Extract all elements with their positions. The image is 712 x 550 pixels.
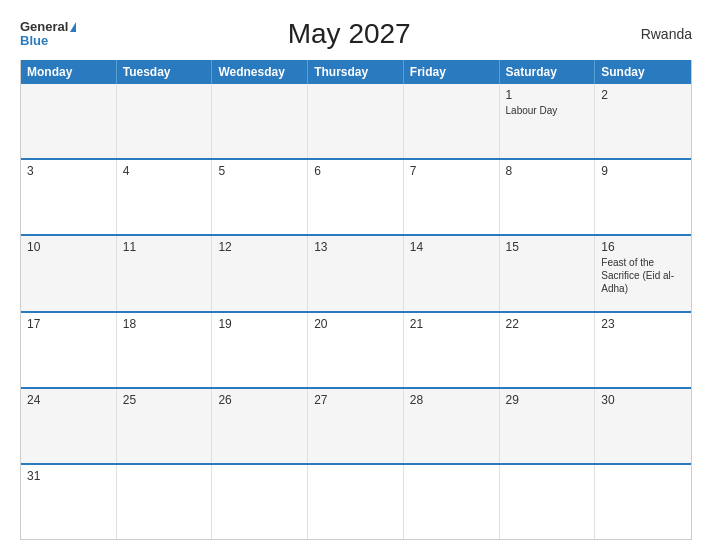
day-number: 20 bbox=[314, 317, 397, 331]
header-tuesday: Tuesday bbox=[117, 60, 213, 84]
day-number: 30 bbox=[601, 393, 685, 407]
day-number: 15 bbox=[506, 240, 589, 254]
week-row-1: 3456789 bbox=[21, 158, 691, 234]
cal-cell-1-1: 4 bbox=[117, 160, 213, 234]
cal-cell-1-6: 9 bbox=[595, 160, 691, 234]
calendar-title: May 2027 bbox=[76, 18, 622, 50]
day-number: 8 bbox=[506, 164, 589, 178]
cal-cell-2-6: 16Feast of the Sacrifice (Eid al-Adha) bbox=[595, 236, 691, 310]
cal-cell-0-6: 2 bbox=[595, 84, 691, 158]
day-number: 21 bbox=[410, 317, 493, 331]
calendar-page: General Blue May 2027 Rwanda Monday Tues… bbox=[0, 0, 712, 550]
logo-general-text: General bbox=[20, 20, 76, 34]
day-number: 14 bbox=[410, 240, 493, 254]
cal-cell-4-4: 28 bbox=[404, 389, 500, 463]
cal-cell-5-2 bbox=[212, 465, 308, 539]
day-number: 2 bbox=[601, 88, 685, 102]
cal-cell-3-5: 22 bbox=[500, 313, 596, 387]
header-wednesday: Wednesday bbox=[212, 60, 308, 84]
cal-cell-5-1 bbox=[117, 465, 213, 539]
week-row-2: 10111213141516Feast of the Sacrifice (Ei… bbox=[21, 234, 691, 310]
cal-cell-3-6: 23 bbox=[595, 313, 691, 387]
cal-cell-2-5: 15 bbox=[500, 236, 596, 310]
cal-cell-5-3 bbox=[308, 465, 404, 539]
day-number: 5 bbox=[218, 164, 301, 178]
header-friday: Friday bbox=[404, 60, 500, 84]
cal-cell-4-6: 30 bbox=[595, 389, 691, 463]
day-number: 4 bbox=[123, 164, 206, 178]
day-number: 6 bbox=[314, 164, 397, 178]
day-number: 7 bbox=[410, 164, 493, 178]
cal-cell-2-0: 10 bbox=[21, 236, 117, 310]
header-saturday: Saturday bbox=[500, 60, 596, 84]
cal-cell-3-2: 19 bbox=[212, 313, 308, 387]
header-sunday: Sunday bbox=[595, 60, 691, 84]
cal-cell-3-1: 18 bbox=[117, 313, 213, 387]
cal-cell-4-3: 27 bbox=[308, 389, 404, 463]
day-event: Feast of the Sacrifice (Eid al-Adha) bbox=[601, 256, 685, 295]
cal-cell-2-4: 14 bbox=[404, 236, 500, 310]
day-number: 9 bbox=[601, 164, 685, 178]
day-number: 22 bbox=[506, 317, 589, 331]
cal-cell-2-3: 13 bbox=[308, 236, 404, 310]
week-row-0: 1Labour Day2 bbox=[21, 84, 691, 158]
day-number: 28 bbox=[410, 393, 493, 407]
cal-cell-5-4 bbox=[404, 465, 500, 539]
day-number: 25 bbox=[123, 393, 206, 407]
day-number: 31 bbox=[27, 469, 110, 483]
cal-cell-0-3 bbox=[308, 84, 404, 158]
cal-cell-5-0: 31 bbox=[21, 465, 117, 539]
cal-cell-4-2: 26 bbox=[212, 389, 308, 463]
calendar-grid: Monday Tuesday Wednesday Thursday Friday… bbox=[20, 60, 692, 540]
day-number: 17 bbox=[27, 317, 110, 331]
day-number: 13 bbox=[314, 240, 397, 254]
cal-cell-1-0: 3 bbox=[21, 160, 117, 234]
cal-cell-0-5: 1Labour Day bbox=[500, 84, 596, 158]
day-number: 12 bbox=[218, 240, 301, 254]
day-number: 3 bbox=[27, 164, 110, 178]
cal-cell-2-2: 12 bbox=[212, 236, 308, 310]
cal-cell-1-4: 7 bbox=[404, 160, 500, 234]
day-number: 24 bbox=[27, 393, 110, 407]
country-label: Rwanda bbox=[622, 26, 692, 42]
cal-cell-3-3: 20 bbox=[308, 313, 404, 387]
cal-cell-1-2: 5 bbox=[212, 160, 308, 234]
header: General Blue May 2027 Rwanda bbox=[20, 18, 692, 50]
header-monday: Monday bbox=[21, 60, 117, 84]
week-row-3: 17181920212223 bbox=[21, 311, 691, 387]
cal-cell-0-2 bbox=[212, 84, 308, 158]
cal-cell-3-0: 17 bbox=[21, 313, 117, 387]
cal-cell-3-4: 21 bbox=[404, 313, 500, 387]
cal-cell-4-5: 29 bbox=[500, 389, 596, 463]
cal-cell-4-1: 25 bbox=[117, 389, 213, 463]
day-number: 10 bbox=[27, 240, 110, 254]
cal-cell-0-1 bbox=[117, 84, 213, 158]
header-thursday: Thursday bbox=[308, 60, 404, 84]
cal-cell-0-4 bbox=[404, 84, 500, 158]
day-number: 27 bbox=[314, 393, 397, 407]
day-event: Labour Day bbox=[506, 104, 589, 117]
cal-cell-5-5 bbox=[500, 465, 596, 539]
day-number: 23 bbox=[601, 317, 685, 331]
cal-cell-0-0 bbox=[21, 84, 117, 158]
cal-cell-2-1: 11 bbox=[117, 236, 213, 310]
day-number: 18 bbox=[123, 317, 206, 331]
day-number: 16 bbox=[601, 240, 685, 254]
week-row-5: 31 bbox=[21, 463, 691, 539]
day-number: 1 bbox=[506, 88, 589, 102]
day-number: 11 bbox=[123, 240, 206, 254]
cal-cell-1-5: 8 bbox=[500, 160, 596, 234]
cal-cell-5-6 bbox=[595, 465, 691, 539]
day-number: 19 bbox=[218, 317, 301, 331]
logo: General Blue bbox=[20, 20, 76, 49]
day-number: 29 bbox=[506, 393, 589, 407]
calendar-header: Monday Tuesday Wednesday Thursday Friday… bbox=[21, 60, 691, 84]
cal-cell-1-3: 6 bbox=[308, 160, 404, 234]
cal-cell-4-0: 24 bbox=[21, 389, 117, 463]
calendar-body: 1Labour Day2345678910111213141516Feast o… bbox=[21, 84, 691, 539]
day-number: 26 bbox=[218, 393, 301, 407]
logo-blue-text: Blue bbox=[20, 34, 76, 48]
week-row-4: 24252627282930 bbox=[21, 387, 691, 463]
